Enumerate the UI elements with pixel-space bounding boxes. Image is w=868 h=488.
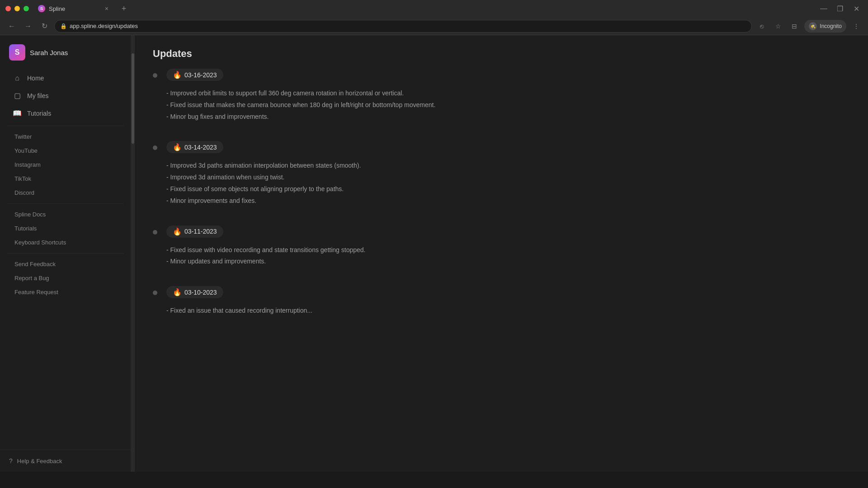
update-item: - Fixed issue that makes the camera boun… [166,100,850,111]
sidebar-item-discord[interactable]: Discord [0,186,131,200]
minimize-window-btn[interactable] [14,6,20,11]
forward-btn[interactable]: → [22,20,34,33]
main-content: Updates 🔥03-16-2023- Improved orbit limi… [135,35,868,472]
page-title: Updates [153,35,850,69]
sidebar-item-spline-docs[interactable]: Spline Docs [0,207,131,221]
update-item: - Minor updates and improvements. [166,256,850,267]
app-container: S Sarah Jonas ⌂ Home ▢ My files 📖 Tutori… [0,35,868,472]
update-body: - Improved orbit limits to support full … [166,88,850,122]
home-icon: ⌂ [13,74,22,82]
sidebar-nav: ⌂ Home ▢ My files 📖 Tutorials Twitter Yo… [0,68,131,450]
lock-icon: 🔒 [60,23,67,29]
browser-tab[interactable]: S Spline × [33,1,114,16]
update-body: - Fixed issue with video recording and s… [166,245,850,267]
sidebar-header: S Sarah Jonas [0,35,131,68]
update-body: - Improved 3d paths animation interpolat… [166,160,850,206]
files-icon: ▢ [13,91,22,100]
sidebar-item-report-bug[interactable]: Report a Bug [0,271,131,285]
update-item: - Fixed issue with video recording and s… [166,245,850,256]
timeline-dot [153,145,157,150]
incognito-pill[interactable]: 🕵 Incognito [804,20,846,33]
update-item: - Improved 3d animation when using twist… [166,172,850,183]
address-bar[interactable]: 🔒 app.spline.design/updates [54,20,752,33]
nav-right: ⎋ ☆ ⊟ 🕵 Incognito ⋮ [755,20,863,33]
update-entry-2: 🔥03-11-2023- Fixed issue with video reco… [153,225,850,268]
update-item: - Improved orbit limits to support full … [166,88,850,99]
refresh-icon: ↻ [42,22,47,30]
update-date-badge: 🔥03-16-2023 [166,69,223,81]
profile-btn[interactable]: ⊟ [788,20,801,33]
menu-btn[interactable]: ⋮ [850,20,863,33]
sidebar-item-help-feedback[interactable]: ? Help & Feedback [0,454,131,468]
bookmark-btn[interactable]: ☆ [772,20,784,33]
divider-3 [7,253,123,253]
sidebar-footer: ? Help & Feedback [0,450,131,472]
close-btn[interactable]: ✕ [850,2,863,15]
sidebar-item-send-feedback[interactable]: Send Feedback [0,257,131,271]
update-date: 03-11-2023 [184,228,217,235]
sidebar-item-twitter[interactable]: Twitter [0,130,131,144]
avatar: S [9,44,25,61]
sidebar-item-youtube[interactable]: YouTube [0,144,131,158]
user-name: Sarah Jonas [30,49,68,56]
flame-icon: 🔥 [173,70,182,79]
sidebar-item-home-label: Home [27,75,44,82]
timeline-dot [153,291,157,295]
timeline-dot [153,73,157,78]
minimize-btn[interactable]: — [817,2,830,15]
update-item: - Minor bug fixes and improvements. [166,112,850,122]
update-entry-3: 🔥03-10-2023- Fixed an issue that caused … [153,286,850,317]
flame-icon: 🔥 [173,143,182,151]
tab-title: Spline [49,5,101,12]
tab-close-btn[interactable]: × [105,5,108,12]
flame-icon: 🔥 [173,288,182,296]
sidebar-item-home[interactable]: ⌂ Home [4,70,127,87]
update-date-badge: 🔥03-10-2023 [166,286,223,298]
sidebar-item-tutorials[interactable]: 📖 Tutorials [4,104,127,122]
nav-bar: ← → ↻ 🔒 app.spline.design/updates ⎋ ☆ ⊟ … [0,17,868,35]
back-icon: ← [8,22,15,30]
maximize-window-btn[interactable] [24,6,29,11]
updates-container: 🔥03-16-2023- Improved orbit limits to su… [153,69,850,317]
sidebar-scrollbar[interactable] [131,35,135,472]
update-entry-1: 🔥03-14-2023- Improved 3d paths animation… [153,141,850,207]
url-text: app.spline.design/updates [70,23,138,29]
tab-favicon: S [38,5,45,12]
sidebar-item-keyboard-shortcuts[interactable]: Keyboard Shortcuts [0,235,131,249]
close-window-btn[interactable] [5,6,11,11]
update-date: 03-10-2023 [184,289,217,296]
divider-1 [7,126,123,126]
sidebar-item-tutorials-link[interactable]: Tutorials [0,221,131,235]
forward-icon: → [24,22,32,30]
update-item: - Fixed an issue that caused recording i… [166,305,850,316]
update-date: 03-16-2023 [184,71,217,79]
divider-2 [7,203,123,204]
update-item: - Minor improvements and fixes. [166,196,850,206]
sidebar-item-tutorials-label: Tutorials [27,110,51,117]
incognito-avatar: 🕵 [809,22,817,30]
title-bar: S Spline × + — ❐ ✕ [0,0,868,17]
sidebar-item-feature-request[interactable]: Feature Request [0,285,131,299]
refresh-btn[interactable]: ↻ [38,20,51,33]
update-date-badge: 🔥03-11-2023 [166,225,223,238]
browser-chrome: S Spline × + — ❐ ✕ ← → ↻ 🔒 app.spline.de… [0,0,868,35]
update-date-badge: 🔥03-14-2023 [166,141,223,153]
back-btn[interactable]: ← [5,20,18,33]
flame-icon: 🔥 [173,227,182,236]
sidebar-item-tiktok[interactable]: TikTok [0,172,131,186]
incognito-label: Incognito [820,23,842,29]
new-tab-btn[interactable]: + [118,2,130,15]
update-item: - Improved 3d paths animation interpolat… [166,160,850,171]
sidebar: S Sarah Jonas ⌂ Home ▢ My files 📖 Tutori… [0,35,131,472]
window-controls[interactable] [5,6,29,11]
update-item: - Fixed issue of some objects not aligni… [166,184,850,195]
update-date: 03-14-2023 [184,144,217,151]
maximize-btn[interactable]: ❐ [834,2,846,15]
help-icon: ? [9,457,13,465]
cast-btn[interactable]: ⎋ [755,20,768,33]
sidebar-item-instagram[interactable]: Instagram [0,158,131,172]
update-entry-0: 🔥03-16-2023- Improved orbit limits to su… [153,69,850,123]
sidebar-item-my-files[interactable]: ▢ My files [4,87,127,104]
sidebar-scrollbar-thumb[interactable] [132,53,134,144]
tutorials-icon: 📖 [13,109,22,117]
